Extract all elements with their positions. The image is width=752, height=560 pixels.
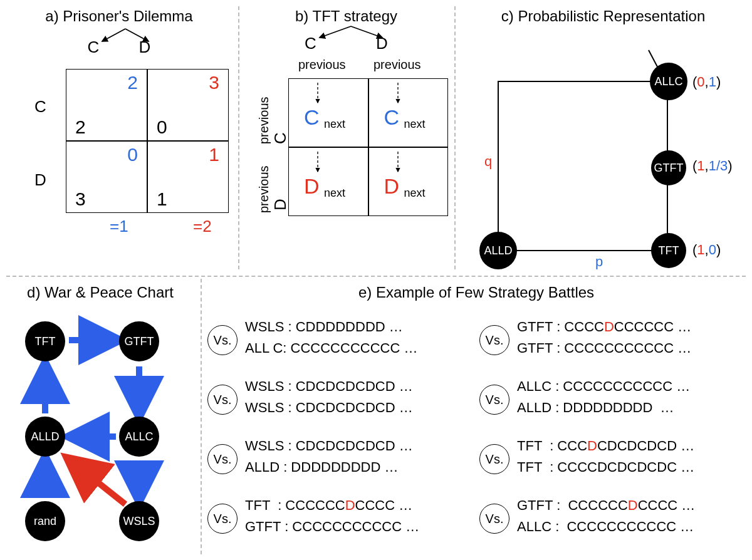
col-sub-1: previous <box>298 58 346 72</box>
tft-br-action: D <box>384 174 400 199</box>
panel-e: e) Example of Few Strategy Battles Vs.WS… <box>204 279 749 557</box>
cc-col-pay: 2 <box>127 72 138 93</box>
divider-v3 <box>201 279 202 554</box>
wp-tft: TFT <box>25 321 65 361</box>
panel-d: d) War & Peace Chart TFT GTFT ALLD ALLC … <box>0 279 201 557</box>
dd-row-pay: 1 <box>157 189 167 210</box>
vs-badge: Vs. <box>479 385 509 415</box>
wp-wsls: WSLS <box>119 501 159 541</box>
battles-right: Vs.GTFT : CCCCDCCCCCC … GTFT : CCCCCCCCC… <box>479 316 749 554</box>
panel-b-title: b) TFT strategy <box>238 8 454 25</box>
col-headers-b: C D <box>238 34 454 53</box>
axis-q: q <box>484 153 492 170</box>
battle-lines: ALLC : CCCCCCCCCCC … ALLD : DDDDDDDDD … <box>517 376 690 418</box>
col-D: D <box>139 38 151 57</box>
tft-grid: C next C next D next D next <box>288 78 448 216</box>
down-arrow-icon <box>392 150 404 175</box>
node-alld: ALLD <box>479 232 517 269</box>
battle: Vs.WSLS : CDCDCDCDCD … ALLD : DDDDDDDDD … <box>207 435 477 495</box>
tft-br-next: next <box>404 187 426 200</box>
avg-C: =1 <box>110 217 128 236</box>
row-sub-1: previous <box>257 96 271 144</box>
tft-pq: (1,0) <box>692 242 721 258</box>
battle: Vs.WSLS : CDCDCDCDCD … WSLS : CDCDCDCDCD… <box>207 376 477 435</box>
wp-rand: rand <box>25 501 65 541</box>
battle-lines: WSLS : CDCDCDCDCD … ALLD : DDDDDDDDD … <box>245 435 413 478</box>
tft-bl-next: next <box>324 187 345 200</box>
axis-p: p <box>595 254 603 270</box>
tft-bl-action: D <box>304 174 320 199</box>
tft-cell-tr: C next <box>368 78 449 147</box>
tft-tl-action: C <box>304 105 320 130</box>
battle: Vs.TFT : CCCDCDCDCDCD … TFT : CCCCDCDCDC… <box>479 435 749 495</box>
vs-badge: Vs. <box>479 444 509 474</box>
node-gtft: GTFT <box>651 150 686 185</box>
battle-lines: WSLS : CDDDDDDDD … ALL C: CCCCCCCCCCC … <box>245 316 417 359</box>
row-D-b: D <box>271 199 290 210</box>
cell-cc: 2 2 <box>66 69 147 141</box>
panel-a: a) Prisoner's Dilemma C D C D 2 2 3 0 0 … <box>0 0 238 276</box>
col-C-b: C <box>305 34 316 53</box>
down-arrow-icon <box>311 81 324 106</box>
payoff-grid: 2 2 3 0 0 3 1 1 <box>66 69 229 213</box>
wp-gtft: GTFT <box>119 321 159 361</box>
battle-lines: GTFT : CCCCDCCCCCC … GTFT : CCCCCCCCCCC … <box>517 316 691 359</box>
vs-badge: Vs. <box>479 325 509 355</box>
down-arrow-icon <box>311 150 324 175</box>
down-arrow-icon <box>392 81 404 106</box>
svg-line-16 <box>70 460 125 504</box>
wp-allc: ALLC <box>119 417 159 457</box>
row-D: D <box>34 170 46 190</box>
cell-dc: 0 3 <box>66 141 147 213</box>
battle: Vs.GTFT : CCCCDCCCCCC … GTFT : CCCCCCCCC… <box>479 316 749 376</box>
vs-badge: Vs. <box>207 385 238 415</box>
vs-badge: Vs. <box>479 504 509 534</box>
col-sub-2: previous <box>373 58 421 72</box>
panel-a-title: a) Prisoner's Dilemma <box>0 8 238 25</box>
col-C: C <box>88 38 100 57</box>
cell-cd: 3 0 <box>147 69 229 141</box>
node-tft: TFT <box>651 233 686 268</box>
vs-badge: Vs. <box>207 504 238 534</box>
col-D-b: D <box>376 34 388 53</box>
battle: Vs.TFT : CCCCCCDCCCC … GTFT : CCCCCCCCCC… <box>207 495 477 554</box>
panel-c: c) Probabilistic Representation q p ALLC… <box>454 0 752 276</box>
tft-cell-tl: C next <box>288 78 368 147</box>
battle-lines: TFT : CCCDCDCDCDCD … TFT : CCCCDCDCDCDC … <box>517 435 694 478</box>
tft-tr-action: C <box>384 105 400 130</box>
cc-row-pay: 2 <box>75 117 86 138</box>
panel-e-title: e) Example of Few Strategy Battles <box>204 284 749 301</box>
battle: Vs.GTFT : CCCCCCDCCCC … ALLC : CCCCCCCCC… <box>479 495 749 554</box>
divider-h <box>6 276 746 277</box>
cd-col-pay: 3 <box>209 72 219 93</box>
tft-cell-br: D next <box>368 147 449 216</box>
panel-c-title: c) Probabilistic Representation <box>454 8 752 25</box>
dc-row-pay: 3 <box>75 189 86 210</box>
dc-col-pay: 0 <box>127 144 138 165</box>
row-sub-2: previous <box>257 165 271 213</box>
tft-cell-bl: D next <box>288 147 368 216</box>
gtft-pq: (1,1/3) <box>692 158 733 174</box>
avg-D: =2 <box>193 217 212 236</box>
wp-alld: ALLD <box>25 417 65 457</box>
vs-badge: Vs. <box>207 325 238 355</box>
panel-b: b) TFT strategy C D previous previous C … <box>238 0 454 276</box>
battle: Vs.WSLS : CDDDDDDDD … ALL C: CCCCCCCCCCC… <box>207 316 477 376</box>
vs-badge: Vs. <box>207 444 238 474</box>
allc-pq: (0,1) <box>692 74 721 90</box>
battle-lines: GTFT : CCCCCCDCCCC … ALLC : CCCCCCCCCCC … <box>517 495 695 537</box>
tft-tr-next: next <box>404 118 426 131</box>
dd-col-pay: 1 <box>209 144 219 165</box>
tft-tl-next: next <box>324 118 345 131</box>
battle: Vs.ALLC : CCCCCCCCCCC … ALLD : DDDDDDDDD… <box>479 376 749 435</box>
cd-row-pay: 0 <box>157 117 167 138</box>
battle-lines: TFT : CCCCCCDCCCC … GTFT : CCCCCCCCCCC … <box>245 495 419 537</box>
row-C: C <box>34 97 46 117</box>
battles-left: Vs.WSLS : CDDDDDDDD … ALL C: CCCCCCCCCCC… <box>207 316 477 554</box>
row-C-b: C <box>271 132 290 144</box>
node-allc: ALLC <box>650 63 687 100</box>
battle-lines: WSLS : CDCDCDCDCD … WSLS : CDCDCDCDCD … <box>245 376 413 418</box>
cell-dd: 1 1 <box>147 141 229 213</box>
svg-rect-8 <box>498 81 667 251</box>
col-headers: C D <box>0 38 238 57</box>
